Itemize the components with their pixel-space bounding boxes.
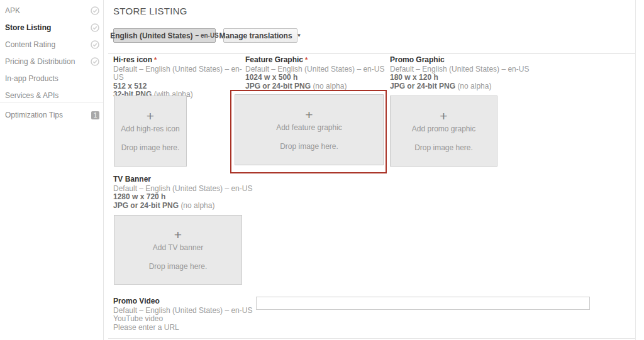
- add-hi-res-icon-dropzone[interactable]: + Add high-res icon Drop image here.: [114, 96, 187, 167]
- default-language-label: Default – English (United States) – en-U…: [245, 65, 387, 74]
- add-label: Add high-res icon: [121, 124, 179, 133]
- required-asterisk: *: [305, 56, 308, 63]
- dimensions-label: 1280 w x 720 h: [113, 193, 255, 202]
- promo-video-section: Promo Video Default – English (United St…: [113, 297, 255, 332]
- format-label: JPG or 24-bit PNG (no alpha): [113, 202, 255, 211]
- dimensions-label: 180 w x 120 h: [390, 74, 531, 82]
- default-language-label: Default – English (United States) – en-U…: [113, 307, 255, 315]
- sidebar-item-content-rating[interactable]: Content Rating: [0, 38, 104, 52]
- sidebar-item-label: APK: [5, 6, 20, 15]
- plus-icon: +: [305, 109, 313, 121]
- sidebar-item-label: Content Rating: [5, 40, 55, 49]
- plus-icon: +: [147, 110, 154, 123]
- content-right-border: [635, 0, 636, 340]
- sidebar-item-label: Optimization Tips: [5, 111, 63, 119]
- sidebar-item-label: Pricing & Distribution: [5, 57, 75, 66]
- hi-res-icon-section: Hi-res icon* Default – English (United S…: [113, 56, 245, 99]
- section-title: Promo Graphic: [390, 56, 531, 65]
- dimensions-label: 512 x 512: [113, 82, 245, 91]
- default-language-label: Default – English (United States) – en-U…: [390, 65, 531, 74]
- sidebar-item-optimization-tips[interactable]: Optimization Tips 1: [0, 108, 104, 122]
- section-title: TV Banner: [113, 175, 255, 184]
- sidebar-item-store-listing[interactable]: Store Listing: [0, 21, 104, 35]
- manage-translations-button[interactable]: Manage translations ▼: [223, 28, 297, 43]
- sidebar-item-label: Store Listing: [5, 23, 51, 32]
- dimensions-label: 1024 w x 500 h: [245, 74, 387, 82]
- section-title: Feature Graphic*: [245, 56, 387, 65]
- page-title: STORE LISTING: [113, 6, 187, 16]
- sidebar-item-services-apis[interactable]: Services & APIs: [0, 89, 104, 102]
- sidebar-item-apk[interactable]: APK: [0, 4, 104, 18]
- sidebar-item-in-app-products[interactable]: In-app Products: [0, 72, 104, 85]
- check-circle-icon: [91, 6, 99, 15]
- drop-hint-label: Drop image here.: [280, 142, 338, 151]
- store-listing-page: APK Store Listing Content Rating Pricing…: [0, 0, 644, 340]
- platform-label: YouTube video: [113, 315, 255, 324]
- check-circle-icon: [91, 23, 99, 32]
- language-code: – en-US: [196, 32, 219, 39]
- default-language-label: Default – English (United States) – en-U…: [113, 65, 245, 82]
- header-divider: [108, 53, 635, 54]
- check-circle-icon: [91, 40, 99, 49]
- sidebar-item-label: In-app Products: [5, 74, 58, 83]
- plus-icon: +: [174, 229, 182, 241]
- url-hint-label: Please enter a URL: [113, 324, 255, 332]
- add-tv-banner-dropzone[interactable]: + Add TV banner Drop image here.: [114, 215, 242, 285]
- add-label: Add promo graphic: [412, 124, 475, 133]
- section-divider: [108, 338, 635, 339]
- required-asterisk: *: [154, 56, 157, 63]
- section-title: Promo Video: [113, 297, 255, 306]
- feature-graphic-section: Feature Graphic* Default – English (Unit…: [245, 56, 387, 90]
- format-label: JPG or 24-bit PNG (no alpha): [245, 82, 387, 91]
- drop-hint-label: Drop image here.: [414, 143, 473, 152]
- sidebar-item-pricing-distribution[interactable]: Pricing & Distribution: [0, 55, 104, 69]
- chevron-down-icon: ▼: [297, 33, 302, 38]
- promo-video-url-input[interactable]: [256, 297, 590, 310]
- drop-hint-label: Drop image here.: [121, 143, 180, 152]
- add-feature-graphic-dropzone[interactable]: + Add feature graphic Drop image here.: [235, 94, 384, 165]
- add-label: Add TV banner: [153, 243, 204, 252]
- section-title: Hi-res icon*: [113, 56, 245, 65]
- sidebar-divider: [0, 102, 104, 102]
- sidebar: APK Store Listing Content Rating Pricing…: [0, 0, 104, 340]
- language-selector-button[interactable]: English (United States) – en-US: [113, 28, 216, 43]
- language-label: English (United States): [110, 31, 192, 40]
- format-label: JPG or 24-bit PNG (no alpha): [390, 82, 531, 91]
- count-badge: 1: [91, 111, 99, 119]
- promo-graphic-section: Promo Graphic Default – English (United …: [390, 56, 531, 90]
- sidebar-item-label: Services & APIs: [5, 91, 58, 100]
- add-promo-graphic-dropzone[interactable]: + Add promo graphic Drop image here.: [390, 96, 497, 167]
- manage-translations-label: Manage translations: [219, 31, 292, 40]
- default-language-label: Default – English (United States) – en-U…: [113, 185, 255, 194]
- add-label: Add feature graphic: [276, 123, 342, 132]
- check-circle-icon: [91, 57, 99, 66]
- tv-banner-section: TV Banner Default – English (United Stat…: [113, 175, 255, 210]
- drop-hint-label: Drop image here.: [149, 262, 208, 271]
- plus-icon: +: [440, 110, 447, 123]
